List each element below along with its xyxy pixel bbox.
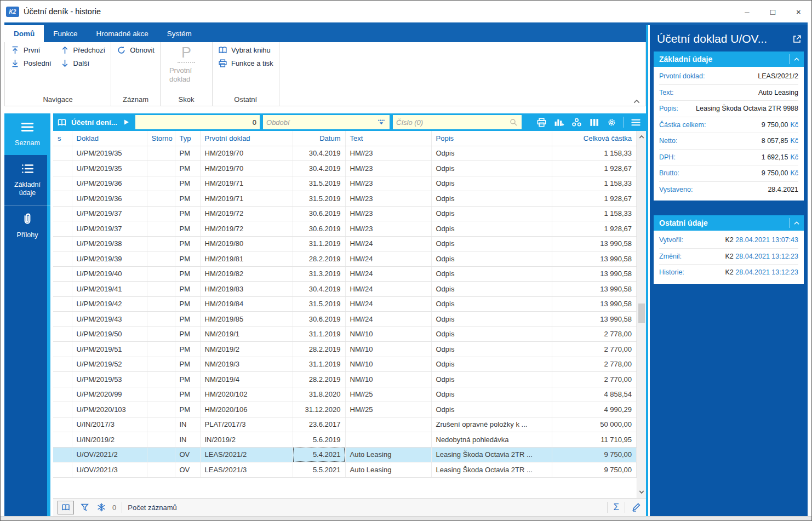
table-cell[interactable]: HM//24 (345, 266, 431, 282)
table-cell[interactable] (147, 236, 175, 251)
table-cell[interactable]: 28.2.2019 (293, 342, 345, 357)
table-row[interactable]: U/PM/2019/42PMHM/2019/8431.5.2019HM//24O… (53, 296, 637, 312)
table-cell[interactable]: PM (175, 251, 200, 267)
table-row[interactable]: U/PM/2019/36PMHM/2019/7131.5.2019HM//23O… (53, 176, 637, 191)
table-row[interactable]: U/PM/2019/38PMHM/2019/8031.1.2019HM//24O… (53, 236, 637, 251)
column-header[interactable]: Typ (175, 131, 200, 146)
table-cell[interactable]: 31.3.2019 (293, 266, 345, 282)
table-cell[interactable]: NM//10 (345, 357, 431, 372)
table-cell[interactable]: PM (175, 327, 200, 342)
table-cell[interactable]: 9 750,00 (552, 447, 637, 462)
table-cell[interactable]: Auto Leasing (345, 447, 431, 462)
table-cell[interactable]: U/PM/2020/103 (72, 402, 147, 417)
table-cell[interactable]: Leasing Škoda Octavia 2TR ... (431, 462, 552, 478)
table-cell[interactable]: NM//10 (345, 342, 431, 357)
table-cell[interactable]: U/PM/2019/36 (72, 191, 147, 207)
table-cell[interactable]: Odpis (431, 372, 552, 387)
table-cell[interactable]: IN/2019/2 (200, 432, 293, 448)
table-cell[interactable]: 2 778,00 (552, 327, 637, 342)
table-cell[interactable] (53, 402, 72, 417)
table-cell[interactable]: U/IN/2017/3 (72, 417, 147, 432)
column-header[interactable]: Storno (147, 131, 175, 146)
table-cell[interactable]: NM/2019/4 (200, 372, 293, 387)
table-cell[interactable]: U/PM/2019/52 (72, 357, 147, 372)
table-row[interactable]: U/OV/2021/2OVLEAS/2021/25.4.2021Auto Lea… (53, 447, 637, 462)
table-cell[interactable]: U/PM/2020/99 (72, 387, 147, 402)
table-cell[interactable]: HM/2019/72 (200, 206, 293, 221)
table-cell[interactable] (147, 432, 175, 448)
table-cell[interactable]: 2 770,00 (552, 372, 637, 387)
table-row[interactable]: U/IN/2019/2ININ/2019/25.6.2019Nedobytná … (53, 432, 637, 448)
table-cell[interactable]: HM//24 (345, 296, 431, 312)
table-cell[interactable]: 23.6.2017 (293, 417, 345, 432)
table-cell[interactable]: U/OV/2021/2 (72, 447, 147, 462)
table-cell[interactable]: 31.5.2019 (293, 296, 345, 312)
table-cell[interactable]: PM (175, 221, 200, 237)
table-cell[interactable]: HM/2019/70 (200, 146, 293, 161)
table-cell[interactable]: PM (175, 372, 200, 387)
table-cell[interactable]: Odpis (431, 387, 552, 402)
table-cell[interactable]: U/PM/2019/43 (72, 312, 147, 327)
table-cell[interactable]: PM (175, 206, 200, 221)
table-cell[interactable]: U/PM/2019/50 (72, 327, 147, 342)
table-row[interactable]: U/IN/2017/3INPLAT/2017/323.6.2017Zrušení… (53, 417, 637, 432)
table-cell[interactable]: HM//23 (345, 146, 431, 161)
table-cell[interactable]: Odpis (431, 296, 552, 312)
table-cell[interactable] (147, 387, 175, 402)
printer-icon[interactable] (536, 117, 547, 128)
table-cell[interactable]: NM//10 (345, 372, 431, 387)
table-row[interactable]: U/PM/2019/35PMHM/2019/7030.4.2019HM//23O… (53, 161, 637, 176)
table-row[interactable]: U/PM/2019/39PMHM/2019/8128.2.2019HM//24O… (53, 251, 637, 267)
filter-icon[interactable] (79, 502, 90, 512)
table-cell[interactable]: 5.6.2019 (293, 432, 345, 448)
table-cell[interactable] (53, 146, 72, 161)
table-cell[interactable]: HM//23 (345, 206, 431, 221)
column-header[interactable]: s (53, 131, 72, 146)
table-cell[interactable] (147, 191, 175, 207)
close-button[interactable]: × (786, 1, 811, 22)
table-cell[interactable]: 13 990,58 (552, 282, 637, 297)
table-cell[interactable]: HM/2019/72 (200, 221, 293, 237)
table-cell[interactable]: NM/2019/3 (200, 357, 293, 372)
table-cell[interactable]: Odpis (431, 206, 552, 221)
table-row[interactable]: U/PM/2019/37PMHM/2019/7230.6.2019HM//23O… (53, 206, 637, 221)
scroll-up-icon[interactable] (637, 132, 646, 142)
table-cell[interactable] (53, 357, 72, 372)
table-cell[interactable]: NM/2019/2 (200, 342, 293, 357)
table-cell[interactable]: U/PM/2019/38 (72, 236, 147, 251)
table-cell[interactable]: PM (175, 191, 200, 207)
scroll-down-icon[interactable] (637, 487, 646, 497)
table-cell[interactable] (147, 327, 175, 342)
functions-print-button[interactable]: Funkce a tisk (218, 59, 273, 68)
table-cell[interactable]: 13 990,58 (552, 312, 637, 327)
table-cell[interactable] (53, 251, 72, 267)
cluster-icon[interactable] (571, 117, 582, 128)
table-cell[interactable]: HM/2019/83 (200, 282, 293, 297)
table-cell[interactable]: 1 928,67 (552, 161, 637, 176)
table-cell[interactable]: 1 158,33 (552, 206, 637, 221)
table-cell[interactable]: 30.6.2019 (293, 221, 345, 237)
table-cell[interactable]: Odpis (431, 221, 552, 237)
table-row[interactable]: U/PM/2020/103PMHM/2020/10631.12.2020HM//… (53, 402, 637, 417)
other-data-header[interactable]: Ostatní údaje (654, 215, 804, 231)
table-cell[interactable]: HM//23 (345, 221, 431, 237)
table-cell[interactable]: HM//24 (345, 251, 431, 267)
table-cell[interactable]: 9 750,00 (552, 462, 637, 478)
table-cell[interactable] (345, 417, 431, 432)
table-cell[interactable] (147, 161, 175, 176)
table-row[interactable]: U/PM/2019/37PMHM/2019/7230.6.2019HM//23O… (53, 221, 637, 237)
table-cell[interactable]: Odpis (431, 357, 552, 372)
table-cell[interactable]: HM/2019/80 (200, 236, 293, 251)
table-cell[interactable] (147, 282, 175, 297)
table-cell[interactable]: 31.1.2019 (293, 236, 345, 251)
table-cell[interactable] (147, 176, 175, 191)
table-row[interactable]: U/PM/2019/50PMNM/2019/131.1.2019NM//10Od… (53, 327, 637, 342)
refresh-button[interactable]: Obnovit (117, 45, 155, 55)
gear-icon[interactable] (606, 117, 617, 128)
table-cell[interactable]: Odpis (431, 191, 552, 207)
table-cell[interactable] (53, 387, 72, 402)
column-header[interactable]: Prvotní doklad (200, 131, 293, 146)
table-cell[interactable]: 13 990,58 (552, 266, 637, 282)
table-cell[interactable]: 50 000,00 (552, 417, 637, 432)
table-cell[interactable]: U/PM/2019/39 (72, 251, 147, 267)
